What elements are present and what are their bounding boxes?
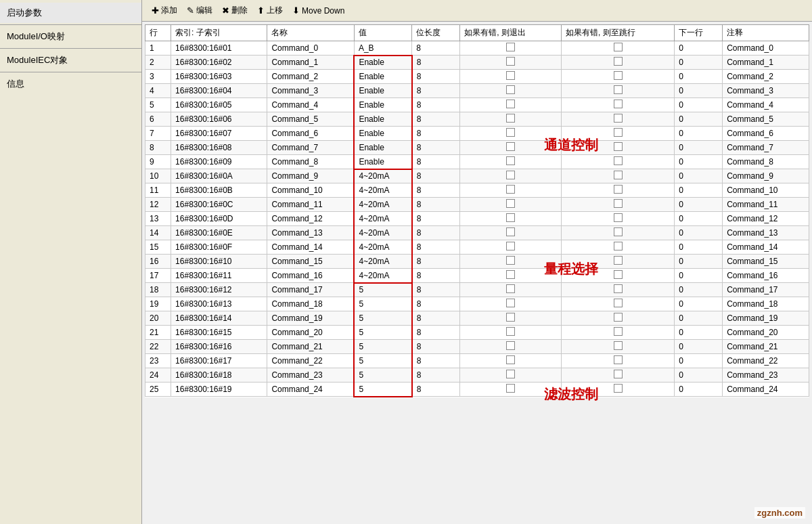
cell-err-exit[interactable]	[460, 240, 562, 255]
checkbox-err-exit[interactable]	[506, 185, 515, 194]
cell-err-exit[interactable]	[460, 169, 562, 183]
move-up-button[interactable]: ⬆ 上移	[253, 3, 287, 18]
cell-err-jump[interactable]	[562, 240, 675, 255]
checkbox-err-jump[interactable]	[614, 185, 623, 194]
cell-err-jump[interactable]	[562, 383, 675, 397]
cell-err-jump[interactable]	[562, 354, 675, 368]
checkbox-err-jump[interactable]	[614, 43, 623, 51]
cell-err-exit[interactable]	[460, 383, 562, 397]
checkbox-err-jump[interactable]	[614, 199, 623, 208]
cell-value[interactable]: 4~20mA	[354, 198, 411, 212]
cell-err-jump[interactable]	[562, 155, 675, 169]
move-down-button[interactable]: ⬇ Move Down	[288, 4, 348, 17]
cell-value[interactable]: Enable	[354, 112, 411, 127]
checkbox-err-jump[interactable]	[614, 71, 623, 80]
checkbox-err-jump[interactable]	[614, 313, 623, 322]
cell-err-exit[interactable]	[460, 297, 562, 311]
cell-err-exit[interactable]	[460, 141, 562, 155]
cell-err-exit[interactable]	[460, 255, 562, 269]
cell-err-exit[interactable]	[460, 283, 562, 297]
checkbox-err-exit[interactable]	[506, 156, 515, 165]
cell-err-exit[interactable]	[460, 269, 562, 283]
cell-err-exit[interactable]	[460, 368, 562, 383]
cell-err-exit[interactable]	[460, 70, 562, 84]
cell-err-exit[interactable]	[460, 84, 562, 98]
cell-err-exit[interactable]	[460, 226, 562, 240]
cell-err-exit[interactable]	[460, 340, 562, 354]
cell-value[interactable]: 5	[354, 311, 411, 326]
checkbox-err-jump[interactable]	[614, 242, 623, 250]
checkbox-err-exit[interactable]	[506, 270, 515, 279]
sidebar-item-module-iec[interactable]: ModuleIEC对象	[0, 50, 141, 70]
checkbox-err-jump[interactable]	[614, 213, 623, 222]
checkbox-err-jump[interactable]	[614, 299, 623, 307]
checkbox-err-jump[interactable]	[614, 142, 623, 151]
checkbox-err-exit[interactable]	[506, 341, 515, 350]
cell-err-jump[interactable]	[562, 269, 675, 283]
cell-value[interactable]: Enable	[354, 70, 411, 84]
cell-err-exit[interactable]	[460, 155, 562, 169]
checkbox-err-exit[interactable]	[506, 284, 515, 293]
cell-value[interactable]: Enable	[354, 127, 411, 141]
checkbox-err-jump[interactable]	[614, 57, 623, 66]
cell-err-jump[interactable]	[562, 283, 675, 297]
cell-err-jump[interactable]	[562, 169, 675, 183]
cell-err-jump[interactable]	[562, 98, 675, 112]
checkbox-err-jump[interactable]	[614, 171, 623, 179]
cell-err-jump[interactable]	[562, 226, 675, 240]
checkbox-err-exit[interactable]	[506, 355, 515, 364]
cell-err-exit[interactable]	[460, 98, 562, 112]
checkbox-err-jump[interactable]	[614, 341, 623, 350]
cell-err-exit[interactable]	[460, 212, 562, 226]
checkbox-err-exit[interactable]	[506, 71, 515, 80]
cell-err-exit[interactable]	[460, 326, 562, 340]
checkbox-err-jump[interactable]	[614, 370, 623, 378]
cell-value[interactable]: 4~20mA	[354, 183, 411, 198]
checkbox-err-exit[interactable]	[506, 171, 515, 179]
checkbox-err-exit[interactable]	[506, 142, 515, 151]
checkbox-err-jump[interactable]	[614, 284, 623, 293]
checkbox-err-exit[interactable]	[506, 199, 515, 208]
checkbox-err-exit[interactable]	[506, 299, 515, 307]
checkbox-err-exit[interactable]	[506, 85, 515, 94]
checkbox-err-exit[interactable]	[506, 57, 515, 66]
cell-err-exit[interactable]	[460, 311, 562, 326]
cell-value[interactable]: Enable	[354, 56, 411, 70]
checkbox-err-exit[interactable]	[506, 128, 515, 137]
cell-value[interactable]: 4~20mA	[354, 212, 411, 226]
cell-err-exit[interactable]	[460, 198, 562, 212]
cell-err-jump[interactable]	[562, 297, 675, 311]
checkbox-err-exit[interactable]	[506, 313, 515, 322]
checkbox-err-jump[interactable]	[614, 327, 623, 336]
cell-err-jump[interactable]	[562, 127, 675, 141]
cell-err-jump[interactable]	[562, 41, 675, 56]
cell-value[interactable]: 4~20mA	[354, 226, 411, 240]
edit-button[interactable]: ✎ 编辑	[183, 3, 217, 18]
cell-err-exit[interactable]	[460, 112, 562, 127]
checkbox-err-exit[interactable]	[506, 213, 515, 222]
cell-err-jump[interactable]	[562, 183, 675, 198]
checkbox-err-exit[interactable]	[506, 114, 515, 123]
sidebar-item-module-io[interactable]: ModuleI/O映射	[0, 26, 141, 47]
checkbox-err-exit[interactable]	[506, 227, 515, 236]
cell-err-jump[interactable]	[562, 368, 675, 383]
cell-value[interactable]: 4~20mA	[354, 269, 411, 283]
cell-value[interactable]: 5	[354, 297, 411, 311]
checkbox-err-jump[interactable]	[614, 100, 623, 108]
checkbox-err-exit[interactable]	[506, 43, 515, 51]
add-button[interactable]: ✚ 添加	[148, 3, 181, 18]
cell-err-jump[interactable]	[562, 255, 675, 269]
cell-err-jump[interactable]	[562, 212, 675, 226]
cell-value[interactable]: 5	[354, 340, 411, 354]
cell-err-jump[interactable]	[562, 340, 675, 354]
cell-value[interactable]: 4~20mA	[354, 255, 411, 269]
cell-err-jump[interactable]	[562, 70, 675, 84]
cell-value[interactable]: 5	[354, 383, 411, 397]
checkbox-err-jump[interactable]	[614, 85, 623, 94]
sidebar-item-startup[interactable]: 启动参数	[0, 3, 141, 23]
cell-err-jump[interactable]	[562, 141, 675, 155]
cell-value[interactable]: 5	[354, 283, 411, 297]
checkbox-err-jump[interactable]	[614, 227, 623, 236]
cell-err-exit[interactable]	[460, 183, 562, 198]
cell-err-jump[interactable]	[562, 198, 675, 212]
